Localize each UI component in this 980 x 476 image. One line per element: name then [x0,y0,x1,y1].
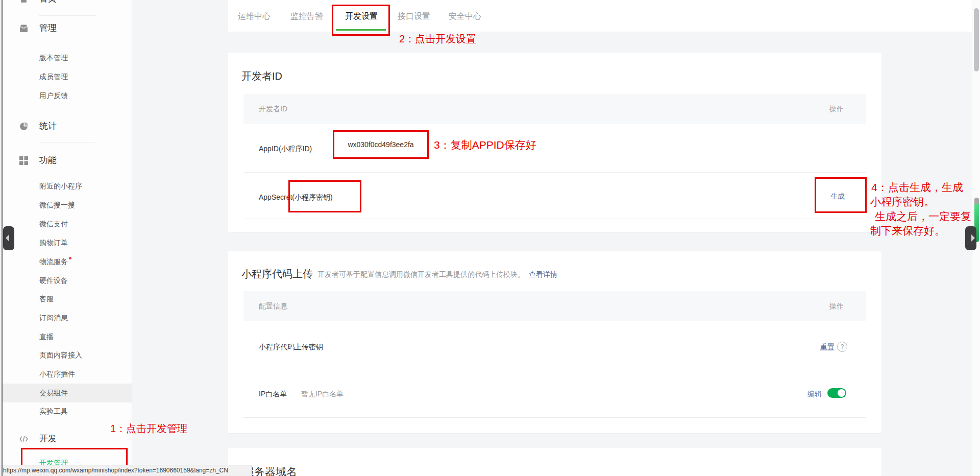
row-divider [243,172,866,173]
grid-icon [19,156,28,165]
tray-icon [19,24,28,33]
code-upload-table-header: 配置信息 操作 [243,291,866,321]
appid-value: wx030f0cd49f3ee2fa [334,132,427,157]
help-icon[interactable]: ? [837,342,847,352]
code-upload-card: 小程序代码上传 开发者可基于配置信息调用微信开发者工具提供的代码上传模块。 查看… [228,251,881,433]
code-icon [19,435,28,443]
ip-whitelist-toggle[interactable] [827,388,846,398]
sidebar-divider [39,108,95,108]
upload-key-label: 小程序代码上传密钥 [259,343,323,352]
tab-ops-center[interactable]: 运维中心 [238,11,271,22]
sidebar-item-logistics-service[interactable]: 物流服务 [39,256,71,267]
developer-id-table-header: 开发者ID 操作 [243,94,866,124]
sidebar-item-subscribe-message[interactable]: 订阅消息 [39,313,68,323]
row-divider [243,219,866,219]
sidebar-item-wechat-pay[interactable]: 微信支付 [39,219,68,229]
sidebar-item-label: 物流服务 [39,257,68,266]
sidebar-divider [39,15,95,16]
sidebar-item-page-content-access[interactable]: 页面内容接入 [39,350,82,360]
header-col-actions: 操作 [829,302,844,311]
sidebar-group-stats[interactable]: 统计 [39,121,57,132]
sidebar-item-miniprogram-plugin[interactable]: 小程序插件 [39,369,75,379]
sidebar-item-nearby-miniprogram[interactable]: 附近的小程序 [39,181,82,191]
server-domain-card: 服务器域名 [228,448,881,476]
developer-id-title: 开发者ID [241,69,282,83]
annotation-step2: 2：点击开发设置 [399,32,476,46]
annotation-step3: 3：复制APPID保存好 [434,138,536,152]
sidebar-group-features[interactable]: 功能 [39,155,57,166]
sidebar-item-live[interactable]: 直播 [39,331,54,342]
scrollbar-thumb[interactable] [974,8,979,72]
annotation-step4-line3: 生成之后，一定要复 [875,209,971,224]
pie-icon [19,122,28,131]
sidebar-item-member-manage[interactable]: 成员管理 [39,72,68,82]
sidebar-group-manage[interactable]: 管理 [39,22,57,34]
sidebar-item-home[interactable]: 首页 [39,0,57,5]
header-col-actions: 操作 [829,105,844,114]
tab-api-settings[interactable]: 接口设置 [398,11,430,22]
sidebar-group-dev[interactable]: 开发 [39,433,57,444]
row-divider [243,417,866,418]
appid-label: AppID(小程序ID) [259,145,312,154]
header-col-developer-id: 开发者ID [259,105,287,114]
tab-monitor-alert[interactable]: 监控告警 [290,11,323,22]
settings-tabbar: 运维中心 监控告警 开发设置 接口设置 安全中心 [228,0,972,32]
sidebar-divider [39,142,95,142]
sidebar-divider [39,420,95,420]
sidebar-collapse-button[interactable] [3,226,14,250]
reset-button[interactable]: 重置 [820,343,835,352]
window-edge [2,0,3,476]
appsecret-label: AppSecret(小程序密钥) [259,193,333,202]
row-divider [243,370,866,370]
annotation-step4-line2: 小程序密钥。 [870,195,935,209]
chevron-right-icon [971,234,975,242]
wechat-miniprogram-admin-page: 首页 管理 版本管理 成员管理 用户反馈 统计 功能 附近的小程序 微信搜一搜 … [0,0,980,476]
sidebar-item-customer-service[interactable]: 客服 [39,294,54,304]
tab-dev-settings[interactable]: 开发设置 [345,11,378,22]
status-bar-link-preview: https://mp.weixin.qq.com/wxamp/minishop/… [0,465,252,476]
ip-whitelist-value: 暂无IP白名单 [301,390,344,399]
code-upload-description-row: 开发者可基于配置信息调用微信开发者工具提供的代码上传模块。 查看详情 [317,270,557,279]
code-upload-title: 小程序代码上传 [241,267,313,281]
sidebar: 首页 管理 版本管理 成员管理 用户反馈 统计 功能 附近的小程序 微信搜一搜 … [3,0,132,476]
panel-expand-button[interactable] [965,226,976,250]
code-upload-description: 开发者可基于配置信息调用微信开发者工具提供的代码上传模块。 [317,270,525,279]
view-details-link[interactable]: 查看详情 [529,270,557,279]
generate-button[interactable]: 生成 [830,192,845,201]
annotation-step1: 1：点击开发管理 [110,422,187,436]
header-col-config-info: 配置信息 [259,302,287,311]
sidebar-item-user-feedback[interactable]: 用户反馈 [39,90,68,101]
toggle-knob [838,389,845,397]
sidebar-item-wechat-search[interactable]: 微信搜一搜 [39,200,75,210]
edit-button[interactable]: 编辑 [807,390,822,399]
tab-security-center[interactable]: 安全中心 [449,11,481,22]
active-tab-underline [336,29,386,31]
annotation-step4-line4: 制下来保存好。 [870,224,945,238]
sidebar-item-experiment-tools[interactable]: 实验工具 [39,406,68,416]
home-icon [19,0,28,3]
developer-id-card: 开发者ID 开发者ID 操作 AppID(小程序ID) wx030f0cd49f… [228,53,881,232]
chevron-left-icon [6,234,9,242]
sidebar-item-version-manage[interactable]: 版本管理 [39,53,68,63]
annotation-step4-line1: 4：点击生成，生成 [871,180,963,195]
sidebar-item-shopping-orders[interactable]: 购物订单 [39,237,68,248]
sidebar-item-hardware-device[interactable]: 硬件设备 [39,275,68,285]
scroll-marker-cap [974,198,979,205]
notification-dot [69,257,71,259]
ip-whitelist-label: IP白名单 [259,390,287,399]
sidebar-item-trade-component[interactable]: 交易组件 [39,388,68,398]
